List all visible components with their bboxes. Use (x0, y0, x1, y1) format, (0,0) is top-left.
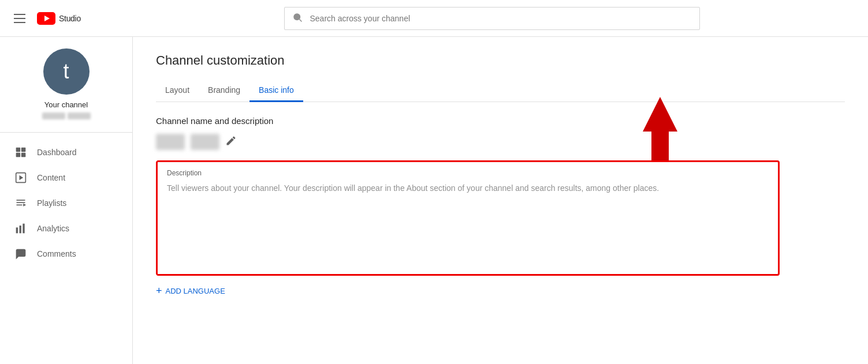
red-arrow-indicator (637, 97, 683, 163)
section-title: Channel name and description (156, 116, 845, 126)
edit-icon[interactable] (225, 135, 237, 149)
name-blur-1 (156, 134, 185, 150)
sidebar-label-comments: Comments (37, 249, 76, 258)
description-placeholder: Tell viewers about your channel. Your de… (167, 182, 769, 194)
blur-pill-2 (68, 112, 91, 119)
svg-marker-17 (643, 97, 677, 160)
search-input[interactable] (284, 7, 700, 30)
description-label: Description (167, 169, 769, 177)
playlists-icon (14, 196, 28, 210)
menu-icon[interactable] (9, 9, 30, 28)
comments-icon (14, 247, 28, 261)
svg-marker-9 (20, 175, 24, 180)
svg-rect-5 (21, 148, 26, 152)
tab-branding[interactable]: Branding (199, 80, 249, 102)
add-language-plus-icon: + (156, 285, 162, 297)
blur-pill-1 (42, 112, 65, 119)
add-language-button[interactable]: + ADD LANGUAGE (156, 285, 845, 297)
svg-rect-7 (21, 153, 26, 157)
channel-name-row (156, 134, 845, 150)
description-box[interactable]: Description Tell viewers about your chan… (156, 160, 780, 276)
description-container: Description Tell viewers about your chan… (156, 160, 845, 276)
sidebar: t Your channel Dashboard (0, 37, 133, 364)
sidebar-item-content[interactable]: Content (0, 165, 132, 190)
tab-layout[interactable]: Layout (156, 80, 199, 102)
header: Studio (0, 0, 868, 37)
analytics-icon (14, 222, 28, 235)
search-bar (284, 7, 700, 30)
tab-basic-info[interactable]: Basic info (249, 80, 303, 102)
tabs: Layout Branding Basic info (156, 80, 845, 102)
sidebar-label-content: Content (37, 173, 65, 182)
dashboard-icon (14, 145, 28, 159)
content-icon (14, 171, 28, 185)
sidebar-item-playlists[interactable]: Playlists (0, 190, 132, 216)
avatar: t (43, 48, 90, 95)
sidebar-item-dashboard[interactable]: Dashboard (0, 140, 132, 165)
studio-label: Studio (59, 14, 81, 23)
youtube-logo-icon (37, 12, 55, 25)
header-left: Studio (9, 9, 125, 28)
sidebar-item-analytics[interactable]: Analytics (0, 216, 132, 241)
app-body: t Your channel Dashboard (0, 37, 868, 364)
channel-blurred-info (42, 112, 91, 119)
main-content: Channel customization Layout Branding Ba… (133, 37, 868, 364)
logo: Studio (37, 12, 81, 25)
svg-rect-14 (16, 227, 18, 233)
sidebar-divider (0, 132, 132, 133)
sidebar-label-dashboard: Dashboard (37, 148, 77, 157)
channel-name: Your channel (44, 100, 88, 109)
page-title: Channel customization (156, 53, 845, 68)
sidebar-item-comments[interactable]: Comments (0, 241, 132, 267)
svg-rect-6 (16, 153, 21, 157)
search-icon (292, 12, 303, 25)
svg-point-2 (294, 14, 300, 20)
svg-marker-13 (23, 204, 26, 207)
svg-rect-4 (16, 148, 21, 152)
svg-line-3 (299, 19, 301, 21)
sidebar-label-analytics: Analytics (37, 224, 69, 233)
svg-rect-16 (23, 224, 24, 234)
sidebar-label-playlists: Playlists (37, 198, 66, 208)
sidebar-nav: Dashboard Content (0, 135, 132, 271)
svg-rect-15 (20, 226, 21, 233)
add-language-label: ADD LANGUAGE (166, 287, 225, 295)
name-blur-2 (191, 134, 219, 150)
